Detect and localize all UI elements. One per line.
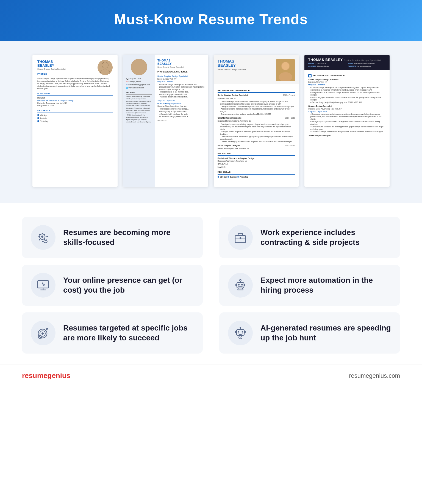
trend-item-automation: Expect more automation in the hiring pro… xyxy=(219,265,400,306)
svg-point-13 xyxy=(41,236,43,238)
svg-point-9 xyxy=(282,62,289,70)
r2-exp2-b2: Managed up to 5 projects or tasks... xyxy=(159,110,206,113)
trend-item-targeted: $ Resumes targeted at specific jobs are … xyxy=(22,312,203,354)
trend-text-targeted: Resumes targeted at specific jobs are mo… xyxy=(63,323,194,343)
r3-edu-school: Rochester Technology, New York, NY xyxy=(218,160,295,162)
r3-exp2-block: Graphic Design Specialist 2017 – 2019 St… xyxy=(218,117,295,143)
svg-rect-20 xyxy=(39,239,40,241)
r2-job-title: Senior Graphic Design Specialist xyxy=(157,66,206,68)
r3-skills-heading: KEY SKILLS xyxy=(218,170,295,174)
r3-edu-date: May 2015 xyxy=(218,166,295,168)
r2-exp1-dates: May 2019 – Present xyxy=(157,80,206,83)
svg-text:$: $ xyxy=(40,337,41,339)
trend-item-ai: $ AI-generated resumes are speeding up t… xyxy=(219,312,400,354)
r2-exp-heading: PROFESSIONAL EXPERIENCE xyxy=(157,71,206,74)
r4-job-title: Senior Graphic Design Specialist xyxy=(344,59,381,61)
r3-exp3-title: Junior Graphic Designer xyxy=(218,144,240,147)
r2-exp1-b2: Delegate tasks to a 7-member des... xyxy=(159,91,206,93)
r4-b3: Assess all graphic materials created in-… xyxy=(310,96,386,101)
svg-point-46 xyxy=(238,331,239,333)
ai-icon: $ xyxy=(234,326,247,340)
r2-contact-city: 📍 Chicago, Illinois xyxy=(126,80,152,83)
r4-website: WEBSITE thomasbeasley.com xyxy=(348,65,386,67)
trend-text-automation: Expect more automation in the hiring pro… xyxy=(260,275,391,295)
robot-icon xyxy=(234,278,247,292)
svg-text:$: $ xyxy=(240,337,241,339)
r1-edu-degree: Bachelor Of Fine Arts In Graphic Design xyxy=(37,99,113,102)
trend-text-ai: AI-generated resumes are speeding up the… xyxy=(260,323,391,343)
r4-exp2-b2: Managed up to 5 projects or tasks at a g… xyxy=(310,120,386,125)
r3-b2: Delegate tasks to a 7-member design team… xyxy=(220,105,295,108)
trend-text-contracting: Work experience includes contracting & s… xyxy=(260,228,391,248)
r3-exp3-date: 2015 – 2019 xyxy=(285,144,295,147)
resume-card-4: THOMAS BEASLEY Senior Graphic Design Spe… xyxy=(304,55,390,187)
skill-dot xyxy=(37,117,39,119)
r3-body: PROFESSIONAL EXPERIENCE Senior Graphic D… xyxy=(214,84,299,181)
r3-exp3-block: Junior Graphic Designer 2015 – 2019 Redf… xyxy=(218,144,295,150)
resume-showcase: THOMASBEASLEY Senior Graphic Design Spec… xyxy=(0,41,422,203)
skill-dot xyxy=(37,120,39,122)
r3-b3: Assess all graphic materials created in-… xyxy=(220,108,295,113)
svg-point-39 xyxy=(41,332,44,335)
r2-contact-phone: 📞 (212) 256-1414 xyxy=(126,77,152,80)
r2-profile-text: Senior Graphic Design Specialist with 6+… xyxy=(126,96,152,123)
r2-exp2-company: Stepping Stone Advertising, New Yo... xyxy=(157,105,206,107)
r4-exp1-company: Experion, New York, NY xyxy=(308,81,386,83)
briefcase-icon xyxy=(234,231,247,244)
r2-name: THOMASBEASLEY xyxy=(157,59,206,65)
svg-point-33 xyxy=(238,284,240,285)
svg-point-45 xyxy=(240,327,241,328)
footer-url: resumegenius.com xyxy=(349,372,400,379)
r3-skill-3: Photoshop xyxy=(237,176,248,178)
resume-card-3: THOMASBEASLEY Senior Graphic Design Spec… xyxy=(214,55,299,187)
svg-rect-30 xyxy=(237,282,244,288)
r3-exp2-b1: Developed numerous marketing programs (l… xyxy=(220,123,295,130)
page-header: Must-Know Resume Trends xyxy=(0,0,422,41)
r3-job-title: Senior Graphic Design Specialist xyxy=(218,68,273,71)
r4-b1: Lead the design, development and impleme… xyxy=(310,86,386,91)
r4-exp2-company: Stepping Stone Advertising, New York, NY xyxy=(308,108,386,110)
svg-rect-15 xyxy=(42,241,43,242)
r4-address: ADDRESS Chicago, Illinois xyxy=(308,65,346,67)
r4-name: THOMAS BEASLEY Senior Graphic Design Spe… xyxy=(308,58,386,62)
r3-exp1-date: 2019 – Present xyxy=(283,94,295,97)
r1-skill-3: Photoshop xyxy=(37,120,113,122)
r3-edu-gpa: GPA: 3.7/4.0 xyxy=(218,163,295,165)
target-icon-wrap: $ xyxy=(31,321,55,345)
resume-card-2: 📞 (212) 256-1414 📍 Chicago, Illinois ✉ t… xyxy=(123,55,208,187)
r3-exp2-date: 2017 – 2019 xyxy=(285,117,295,119)
svg-rect-11 xyxy=(310,75,310,75)
r1-skill-1: InDesign xyxy=(37,114,113,116)
r3-exp2-b3: Consulted with clients on the most appro… xyxy=(220,135,295,140)
r4-exp2-b1: Developed numerous marketing programs (l… xyxy=(310,113,386,120)
r3-exp1-title: Senior Graphic Design Specialist xyxy=(218,94,248,97)
r2-exp1-b4: Oversee design project budgets r... xyxy=(159,96,206,98)
r1-edu-heading: EDUCATION xyxy=(37,92,113,96)
r4-section-icon xyxy=(308,74,312,77)
dot xyxy=(227,176,229,178)
svg-point-47 xyxy=(242,331,243,333)
r3-exp3-header: Junior Graphic Designer 2015 – 2019 xyxy=(218,144,295,147)
avatar-1 xyxy=(98,60,113,75)
r4-email: EMAIL thomasbeasley@gmail.com xyxy=(348,62,386,65)
r1-skills-heading: KEY SKILLS xyxy=(37,109,113,113)
trend-text-skills: Resumes are becoming more skills-focused xyxy=(63,228,194,248)
r3-edu-heading: EDUCATION xyxy=(218,152,295,156)
footer-logo: resumegenius xyxy=(22,371,70,380)
r3-edu-title: Bachelor Of Fine Arts In Graphic Design xyxy=(218,157,295,160)
r3-name: THOMASBEASLEY xyxy=(218,59,273,68)
r3-exp2-b4: Created 4+ design presentations and prop… xyxy=(220,140,295,143)
trends-grid: Resumes are becoming more skills-focused… xyxy=(22,217,400,354)
logo-plain: resume xyxy=(22,371,48,380)
r3-exp3-company: Redfin Technologies, New Rochelle, NY xyxy=(218,147,295,150)
monitor-icon-wrap xyxy=(31,273,55,298)
avatar-2 xyxy=(131,59,147,75)
r4-exp3-block: Junior Graphic Designer xyxy=(308,134,386,137)
r2-exp2-b3: Consulted with clients on the met... xyxy=(159,113,206,115)
r4-exp2-b3: Consulted with clients on the most appro… xyxy=(310,125,386,130)
skills-icon xyxy=(36,231,50,244)
r2-exp1-b3: Assess all graphic materials creat... xyxy=(159,93,206,96)
r2-main: THOMASBEASLEY Senior Graphic Design Spec… xyxy=(155,55,208,187)
r2-exp2-dates: Aug 2017 – April 2019 xyxy=(157,99,206,102)
r4-exp-heading: PROFESSIONAL EXPERIENCE xyxy=(308,74,386,77)
